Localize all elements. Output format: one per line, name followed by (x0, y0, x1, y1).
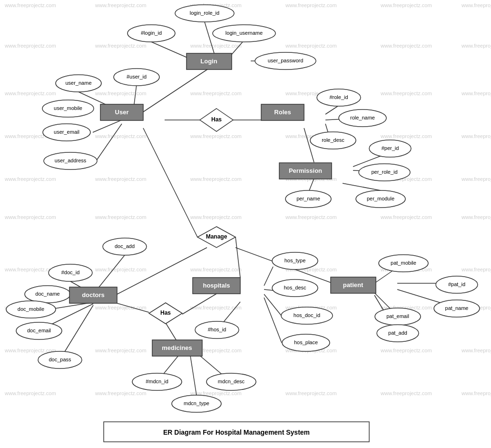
svg-line-33 (264, 267, 273, 286)
watermark: www.freeprojectz.com (380, 214, 432, 220)
watermark: www.freeprojectz.com (285, 390, 337, 396)
watermark: www.freeprojectz.com (461, 176, 491, 182)
entity-patient-text: patient (343, 281, 363, 289)
watermark: www.freeprojectz.com (461, 267, 491, 272)
attr-user-address-text: user_address (55, 158, 87, 163)
entity-login-text: Login (200, 58, 217, 65)
watermark: www.freeprojectz.com (380, 43, 432, 49)
svg-line-12 (325, 106, 338, 114)
attr-mdcn-desc-text: mdcn_desc (218, 378, 245, 384)
watermark: www.freeprojectz.com (380, 133, 432, 139)
attr-per-module-text: per_module (367, 196, 394, 201)
entity-roles-text: Roles (274, 109, 291, 116)
watermark: www.freeprojectz.com (380, 2, 432, 8)
watermark: www.freeprojectz.com (190, 176, 242, 182)
watermark: www.freeprojectz.com (95, 90, 147, 96)
watermark: www.freeprojectz.com (190, 133, 242, 139)
attr-hos-desc-text: hos_desc (284, 285, 306, 290)
watermark: www.freeprojectz.com (190, 90, 242, 96)
attr-doc-name-text: doc_name (35, 291, 59, 297)
watermark: www.freeprojectz.com (285, 43, 337, 49)
svg-line-20 (143, 128, 197, 237)
attr-per-role-id-text: per_role_id (371, 169, 397, 175)
watermark: www.freeprojectz.com (190, 214, 242, 220)
attr-login-username-text: login_username (226, 30, 263, 36)
watermark: www.freeprojectz.com (461, 90, 491, 96)
attr-user-mobile-text: user_mobile (54, 105, 82, 111)
entity-user-text: User (115, 109, 129, 116)
caption-text: ER Diagram For Hospital Management Syste… (163, 428, 310, 436)
attr-role-desc-text: role_desc (322, 137, 344, 143)
entity-medicines-text: medicines (162, 344, 192, 351)
watermark: www.freeprojectz.com (285, 214, 337, 220)
attr-pat-email-text: pat_email (386, 313, 409, 319)
attr-role-name-text: role_name (350, 115, 375, 120)
watermark: www.freeprojectz.com (4, 390, 56, 396)
watermark: www.freeprojectz.com (285, 2, 337, 8)
attr-per-name-text: per_name (296, 196, 320, 201)
attr-mdcn-type-text: mdcn_type (184, 400, 209, 406)
watermark: www.freeprojectz.com (461, 348, 491, 353)
attr-user-email-text: user_email (54, 129, 79, 135)
watermark: www.freeprojectz.com (461, 390, 491, 396)
watermark: www.freeprojectz.com (190, 267, 242, 272)
watermark: www.freeprojectz.com (95, 390, 147, 396)
svg-line-39 (190, 356, 196, 395)
attr-hos-place-text: hos_place (294, 339, 318, 345)
watermark: www.freeprojectz.com (95, 176, 147, 182)
attr-pat-name-text: pat_name (445, 305, 469, 311)
watermark: www.freeprojectz.com (95, 43, 147, 49)
attr-hos-id-text: #hos_id (208, 327, 226, 332)
watermark: www.freeprojectz.com (95, 133, 147, 139)
watermark: www.freeprojectz.com (461, 214, 491, 220)
er-diagram: www.freeprojectz.com www.freeprojectz.co… (0, 0, 491, 448)
attr-pat-add-text: pat_add (388, 330, 407, 336)
attr-doc-pass-text: doc_pass (49, 357, 71, 362)
watermark: www.freeprojectz.com (461, 133, 491, 139)
watermark: www.freeprojectz.com (95, 348, 147, 353)
svg-line-37 (264, 298, 282, 343)
watermark: www.freeprojectz.com (4, 267, 56, 272)
svg-line-19 (343, 183, 381, 190)
entity-permission-text: Permission (289, 167, 322, 174)
svg-line-34 (264, 289, 273, 290)
watermark: www.freeprojectz.com (190, 43, 242, 49)
attr-doc-mobile-text: doc_mobile (18, 306, 44, 312)
watermark: www.freeprojectz.com (4, 176, 56, 182)
attr-user-id-text: #user_id (127, 74, 147, 80)
attr-pat-mobile-text: pat_mobile (391, 260, 416, 266)
watermark: www.freeprojectz.com (4, 43, 56, 49)
attr-login-role-id-text: login_role_id (190, 10, 219, 16)
svg-line-32 (182, 294, 216, 314)
attr-hos-type-text: hos_type (285, 258, 306, 263)
watermark: www.freeprojectz.com (380, 348, 432, 353)
watermark: www.freeprojectz.com (461, 43, 491, 49)
attr-doc-add-text: doc_add (115, 243, 135, 249)
attr-per-id-text: #per_id (382, 145, 399, 151)
attr-doc-id-text: #doc_id (61, 269, 80, 275)
relationship-has1-text: Has (211, 116, 222, 123)
watermark: www.freeprojectz.com (380, 390, 432, 396)
attr-doc-email-text: doc_email (27, 328, 51, 333)
watermark: www.freeprojectz.com (4, 214, 56, 220)
watermark: www.freeprojectz.com (95, 267, 147, 272)
relationship-manage-text: Manage (206, 233, 227, 240)
watermark: www.freeprojectz.com (4, 2, 56, 8)
attr-user-name-text: user_name (65, 80, 91, 86)
attr-user-password-text: user_password (268, 58, 304, 63)
entity-hospitals-text: hospitals (203, 282, 230, 289)
watermark: www.freeprojectz.com (95, 2, 147, 8)
watermark: www.freeprojectz.com (461, 2, 491, 8)
entity-doctors-text: doctors (82, 291, 105, 299)
relationship-has2-text: Has (160, 309, 171, 316)
attr-login-id-text: #login_id (141, 30, 162, 36)
attr-hos-doc-id-text: hos_doc_id (294, 312, 320, 318)
watermark: www.freeprojectz.com (4, 90, 56, 96)
attr-mdcn-id-text: #mdcn_id (146, 378, 168, 384)
attr-pat-id-text: #pat_id (448, 281, 465, 287)
attr-role-id-text: #role_id (329, 94, 348, 100)
watermark: www.freeprojectz.com (380, 90, 432, 96)
watermark: www.freeprojectz.com (95, 214, 147, 220)
